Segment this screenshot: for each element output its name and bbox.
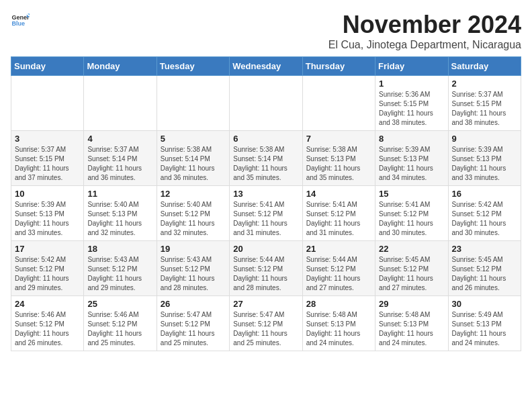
table-row — [230, 76, 302, 131]
day-number: 24 — [15, 299, 80, 309]
day-info: Sunrise: 5:38 AM Sunset: 5:14 PM Dayligh… — [233, 145, 298, 183]
calendar-week-row: 24Sunrise: 5:46 AM Sunset: 5:12 PM Dayli… — [11, 296, 521, 351]
day-number: 12 — [161, 189, 226, 199]
day-info: Sunrise: 5:45 AM Sunset: 5:12 PM Dayligh… — [452, 255, 517, 293]
table-row: 17Sunrise: 5:42 AM Sunset: 5:12 PM Dayli… — [11, 241, 84, 296]
day-info: Sunrise: 5:48 AM Sunset: 5:13 PM Dayligh… — [379, 310, 444, 348]
day-number: 20 — [233, 244, 298, 254]
day-number: 28 — [306, 299, 371, 309]
day-number: 22 — [379, 244, 444, 254]
table-row: 16Sunrise: 5:42 AM Sunset: 5:12 PM Dayli… — [448, 186, 521, 241]
table-row: 10Sunrise: 5:39 AM Sunset: 5:13 PM Dayli… — [11, 186, 84, 241]
day-number: 7 — [306, 134, 371, 144]
day-info: Sunrise: 5:47 AM Sunset: 5:12 PM Dayligh… — [233, 310, 298, 348]
table-row: 21Sunrise: 5:44 AM Sunset: 5:12 PM Dayli… — [302, 241, 375, 296]
day-info: Sunrise: 5:45 AM Sunset: 5:12 PM Dayligh… — [379, 255, 444, 293]
table-row: 29Sunrise: 5:48 AM Sunset: 5:13 PM Dayli… — [375, 296, 448, 351]
day-number: 14 — [306, 189, 371, 199]
table-row: 23Sunrise: 5:45 AM Sunset: 5:12 PM Dayli… — [448, 241, 521, 296]
day-info: Sunrise: 5:46 AM Sunset: 5:12 PM Dayligh… — [87, 310, 152, 348]
table-row: 2Sunrise: 5:37 AM Sunset: 5:15 PM Daylig… — [448, 76, 521, 131]
day-number: 29 — [379, 299, 444, 309]
table-row: 7Sunrise: 5:38 AM Sunset: 5:13 PM Daylig… — [302, 131, 375, 186]
page-header: General Blue November 2024 El Cua, Jinot… — [11, 11, 521, 51]
table-row: 13Sunrise: 5:41 AM Sunset: 5:12 PM Dayli… — [230, 186, 302, 241]
day-number: 10 — [15, 189, 80, 199]
day-info: Sunrise: 5:38 AM Sunset: 5:13 PM Dayligh… — [306, 145, 371, 183]
day-number: 1 — [379, 79, 444, 89]
day-info: Sunrise: 5:44 AM Sunset: 5:12 PM Dayligh… — [233, 255, 298, 293]
day-info: Sunrise: 5:38 AM Sunset: 5:14 PM Dayligh… — [161, 145, 226, 183]
day-info: Sunrise: 5:37 AM Sunset: 5:15 PM Dayligh… — [15, 145, 80, 183]
day-number: 26 — [161, 299, 226, 309]
day-info: Sunrise: 5:43 AM Sunset: 5:12 PM Dayligh… — [161, 255, 226, 293]
table-row: 12Sunrise: 5:40 AM Sunset: 5:12 PM Dayli… — [157, 186, 229, 241]
day-info: Sunrise: 5:43 AM Sunset: 5:12 PM Dayligh… — [87, 255, 152, 293]
calendar-week-row: 10Sunrise: 5:39 AM Sunset: 5:13 PM Dayli… — [11, 186, 521, 241]
table-row: 19Sunrise: 5:43 AM Sunset: 5:12 PM Dayli… — [157, 241, 229, 296]
logo-icon: General Blue — [11, 11, 30, 30]
day-info: Sunrise: 5:39 AM Sunset: 5:13 PM Dayligh… — [452, 145, 517, 183]
logo: General Blue — [11, 11, 30, 30]
day-number: 25 — [87, 299, 152, 309]
calendar-table: Sunday Monday Tuesday Wednesday Thursday… — [11, 56, 521, 351]
table-row — [157, 76, 229, 131]
day-number: 9 — [452, 134, 517, 144]
table-row: 14Sunrise: 5:41 AM Sunset: 5:12 PM Dayli… — [302, 186, 375, 241]
day-number: 27 — [233, 299, 298, 309]
day-info: Sunrise: 5:39 AM Sunset: 5:13 PM Dayligh… — [379, 145, 444, 183]
day-number: 30 — [452, 299, 517, 309]
day-info: Sunrise: 5:47 AM Sunset: 5:12 PM Dayligh… — [161, 310, 226, 348]
day-number: 6 — [233, 134, 298, 144]
svg-text:Blue: Blue — [11, 20, 25, 27]
table-row: 26Sunrise: 5:47 AM Sunset: 5:12 PM Dayli… — [157, 296, 229, 351]
header-sunday: Sunday — [11, 57, 84, 76]
table-row: 30Sunrise: 5:49 AM Sunset: 5:13 PM Dayli… — [448, 296, 521, 351]
header-monday: Monday — [84, 57, 157, 76]
table-row: 1Sunrise: 5:36 AM Sunset: 5:15 PM Daylig… — [375, 76, 448, 131]
table-row: 3Sunrise: 5:37 AM Sunset: 5:15 PM Daylig… — [11, 131, 84, 186]
table-row — [11, 76, 84, 131]
day-info: Sunrise: 5:49 AM Sunset: 5:13 PM Dayligh… — [452, 310, 517, 348]
day-number: 5 — [161, 134, 226, 144]
day-info: Sunrise: 5:41 AM Sunset: 5:12 PM Dayligh… — [379, 200, 444, 238]
day-info: Sunrise: 5:42 AM Sunset: 5:12 PM Dayligh… — [15, 255, 80, 293]
table-row: 4Sunrise: 5:37 AM Sunset: 5:14 PM Daylig… — [84, 131, 157, 186]
table-row: 11Sunrise: 5:40 AM Sunset: 5:13 PM Dayli… — [84, 186, 157, 241]
calendar-week-row: 3Sunrise: 5:37 AM Sunset: 5:15 PM Daylig… — [11, 131, 521, 186]
table-row: 24Sunrise: 5:46 AM Sunset: 5:12 PM Dayli… — [11, 296, 84, 351]
day-info: Sunrise: 5:37 AM Sunset: 5:14 PM Dayligh… — [87, 145, 152, 183]
day-info: Sunrise: 5:40 AM Sunset: 5:13 PM Dayligh… — [87, 200, 152, 238]
day-info: Sunrise: 5:37 AM Sunset: 5:15 PM Dayligh… — [452, 90, 517, 128]
calendar-week-row: 17Sunrise: 5:42 AM Sunset: 5:12 PM Dayli… — [11, 241, 521, 296]
header-wednesday: Wednesday — [230, 57, 302, 76]
table-row: 25Sunrise: 5:46 AM Sunset: 5:12 PM Dayli… — [84, 296, 157, 351]
header-saturday: Saturday — [448, 57, 521, 76]
day-info: Sunrise: 5:41 AM Sunset: 5:12 PM Dayligh… — [233, 200, 298, 238]
day-number: 3 — [15, 134, 80, 144]
header-tuesday: Tuesday — [157, 57, 229, 76]
table-row: 27Sunrise: 5:47 AM Sunset: 5:12 PM Dayli… — [230, 296, 302, 351]
day-number: 23 — [452, 244, 517, 254]
day-info: Sunrise: 5:46 AM Sunset: 5:12 PM Dayligh… — [15, 310, 80, 348]
day-number: 18 — [87, 244, 152, 254]
day-info: Sunrise: 5:48 AM Sunset: 5:13 PM Dayligh… — [306, 310, 371, 348]
day-number: 21 — [306, 244, 371, 254]
table-row — [302, 76, 375, 131]
day-number: 17 — [15, 244, 80, 254]
day-number: 8 — [379, 134, 444, 144]
table-row: 18Sunrise: 5:43 AM Sunset: 5:12 PM Dayli… — [84, 241, 157, 296]
calendar-week-row: 1Sunrise: 5:36 AM Sunset: 5:15 PM Daylig… — [11, 76, 521, 131]
table-row: 15Sunrise: 5:41 AM Sunset: 5:12 PM Dayli… — [375, 186, 448, 241]
table-row: 5Sunrise: 5:38 AM Sunset: 5:14 PM Daylig… — [157, 131, 229, 186]
table-row: 6Sunrise: 5:38 AM Sunset: 5:14 PM Daylig… — [230, 131, 302, 186]
day-number: 16 — [452, 189, 517, 199]
day-info: Sunrise: 5:36 AM Sunset: 5:15 PM Dayligh… — [379, 90, 444, 128]
table-row: 22Sunrise: 5:45 AM Sunset: 5:12 PM Dayli… — [375, 241, 448, 296]
day-info: Sunrise: 5:41 AM Sunset: 5:12 PM Dayligh… — [306, 200, 371, 238]
table-row: 20Sunrise: 5:44 AM Sunset: 5:12 PM Dayli… — [230, 241, 302, 296]
header-thursday: Thursday — [302, 57, 375, 76]
day-number: 11 — [87, 189, 152, 199]
day-info: Sunrise: 5:42 AM Sunset: 5:12 PM Dayligh… — [452, 200, 517, 238]
table-row: 28Sunrise: 5:48 AM Sunset: 5:13 PM Dayli… — [302, 296, 375, 351]
